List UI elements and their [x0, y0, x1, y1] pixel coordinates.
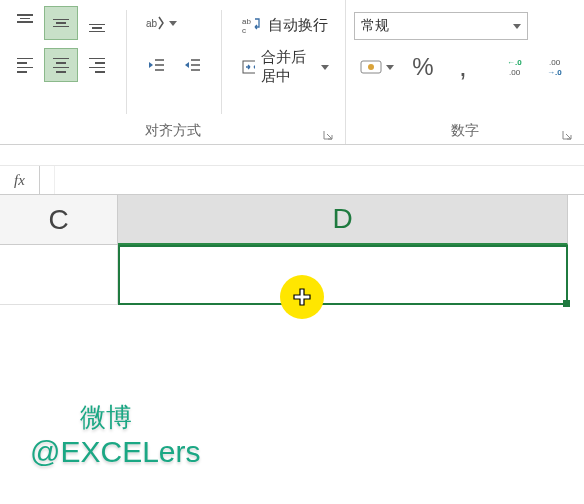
group-label-number: 数字	[354, 118, 576, 142]
wrap-text-button[interactable]: ab c 自动换行	[234, 6, 337, 44]
svg-text:.00: .00	[549, 58, 561, 67]
number-group: 常规 % ,	[346, 0, 584, 144]
svg-text:ab: ab	[146, 18, 158, 29]
align-center-button[interactable]	[44, 48, 78, 82]
decrease-decimal-button[interactable]: .00 →.0	[542, 50, 576, 84]
chevron-down-icon	[513, 24, 521, 29]
number-format-value: 常规	[361, 17, 389, 35]
increase-decimal-button[interactable]: ←.0 .00	[502, 50, 536, 84]
group-label-text: 数字	[451, 122, 479, 138]
align-button-block	[8, 6, 114, 82]
increase-indent-button[interactable]	[175, 48, 209, 82]
align-center-icon	[53, 58, 69, 73]
comma-style-button[interactable]: ,	[446, 50, 480, 84]
column-header-d[interactable]: D	[118, 195, 568, 245]
decrease-indent-icon	[147, 57, 165, 73]
alignment-group: ab	[0, 0, 346, 144]
watermark-line1: 微博	[80, 400, 201, 435]
orient-indent-block: ab	[139, 6, 209, 82]
group-label-text: 对齐方式	[145, 122, 201, 138]
svg-text:→.0: →.0	[547, 68, 562, 77]
select-cursor-icon	[293, 288, 311, 306]
fx-label[interactable]: fx	[0, 166, 40, 194]
percent-icon: %	[412, 53, 433, 81]
align-left-icon	[17, 58, 33, 73]
formula-input[interactable]	[54, 166, 584, 194]
orientation-button[interactable]: ab	[139, 6, 183, 40]
column-headers: C D	[0, 195, 584, 245]
align-top-icon	[17, 14, 33, 32]
accounting-format-button[interactable]	[354, 50, 400, 84]
align-right-button[interactable]	[80, 48, 114, 82]
cell-c[interactable]	[0, 245, 118, 305]
align-right-icon	[89, 58, 105, 73]
decrease-decimal-icon: .00 →.0	[547, 57, 571, 77]
svg-point-11	[368, 64, 374, 70]
cell-d[interactable]	[118, 245, 568, 305]
svg-text:ab: ab	[242, 17, 251, 26]
merge-center-label: 合并后居中	[261, 48, 311, 86]
separator	[221, 10, 222, 114]
dialog-launcher-icon	[322, 129, 334, 141]
wrap-text-icon: ab c	[242, 15, 262, 35]
merge-center-icon	[242, 57, 255, 77]
column-header-c[interactable]: C	[0, 195, 118, 245]
wrap-text-label: 自动换行	[268, 16, 328, 35]
wrap-merge-block: ab c 自动换行 合并后居中	[234, 6, 337, 86]
separator	[126, 10, 127, 114]
align-middle-icon	[53, 14, 69, 32]
cursor-highlight	[280, 275, 324, 319]
increase-indent-icon	[183, 57, 201, 73]
currency-icon	[360, 58, 382, 76]
chevron-down-icon	[321, 65, 329, 70]
percent-style-button[interactable]: %	[406, 50, 440, 84]
align-bottom-icon	[89, 14, 105, 32]
orientation-icon: ab	[145, 13, 165, 33]
formula-bar: fx	[0, 165, 584, 195]
dialog-launcher-icon	[561, 129, 573, 141]
align-bottom-button[interactable]	[80, 6, 114, 40]
watermark: 微博 @EXCELers	[30, 400, 201, 469]
dialog-launcher-number[interactable]	[560, 128, 574, 142]
increase-decimal-icon: ←.0 .00	[507, 57, 531, 77]
align-middle-button[interactable]	[44, 6, 78, 40]
watermark-line2: @EXCELers	[30, 435, 201, 469]
svg-text:c: c	[242, 26, 246, 35]
ribbon: ab	[0, 0, 584, 145]
svg-text:.00: .00	[509, 68, 521, 77]
chevron-down-icon	[169, 21, 177, 26]
align-top-button[interactable]	[8, 6, 42, 40]
merge-center-button[interactable]: 合并后居中	[234, 48, 337, 86]
dialog-launcher-alignment[interactable]	[321, 128, 335, 142]
align-left-button[interactable]	[8, 48, 42, 82]
chevron-down-icon	[386, 65, 394, 70]
group-label-alignment: 对齐方式	[8, 118, 337, 142]
decrease-indent-button[interactable]	[139, 48, 173, 82]
svg-text:←.0: ←.0	[507, 58, 522, 67]
comma-icon: ,	[459, 63, 467, 71]
number-format-select[interactable]: 常规	[354, 12, 528, 40]
